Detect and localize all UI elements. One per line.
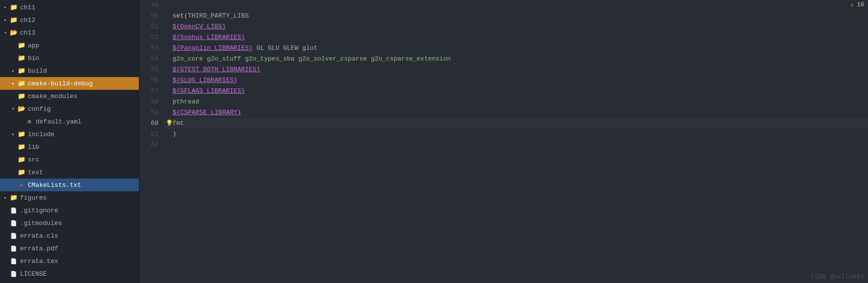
line-number-59: 59 [145, 107, 158, 118]
sidebar-item-cmake_modules[interactable]: 📁cmake_modules [0, 90, 139, 102]
code-line-61: ) [165, 129, 868, 140]
warning-badge: ⚠ 10 [850, 1, 864, 8]
folder-icon: 📁 [10, 3, 18, 11]
sidebar-item-lib[interactable]: 📁lib [0, 141, 139, 153]
sidebar-item-CMakeLists.txt[interactable]: 🔺CMakeLists.txt [0, 179, 139, 191]
hint-icon: 💡 [166, 118, 173, 129]
code-token: g2o_core g2o_stuff g2o_types_sba g2o_sol… [173, 54, 451, 64]
sidebar-item-label-src: src [28, 156, 39, 163]
sidebar-item-.gitignore[interactable]: 📄.gitignore [0, 204, 139, 217]
code-token: ${Pangolin_LIBRARIES} [173, 43, 253, 54]
arrow-icon [2, 17, 9, 23]
cmake-icon: 🔺 [18, 181, 25, 189]
line-number-49: 49 [145, 0, 158, 11]
sidebar-item-cmake-build-debug[interactable]: 📁cmake-build-debug [0, 77, 139, 90]
code-token: ${GTEST_BOTH_LIBRARIES} [173, 64, 260, 75]
line-number-58: 58 [145, 97, 158, 107]
sidebar-item-label-include: include [28, 131, 55, 138]
folder-icon: 📂 [10, 29, 18, 37]
folder-icon: 📁 [18, 130, 25, 138]
watermark: CSDN @hello689 [810, 273, 864, 280]
code-line-54: g2o_core g2o_stuff g2o_types_sba g2o_sol… [165, 54, 868, 64]
folder-icon: 📁 [18, 54, 25, 62]
sidebar-item-label-ch13: ch13 [20, 29, 35, 37]
sidebar-item-LICENSE[interactable]: 📄LICENSE [0, 267, 139, 280]
code-token: ) [173, 129, 176, 140]
file-icon: 📄 [10, 257, 18, 265]
sidebar-item-bin[interactable]: 📁bin [0, 52, 139, 64]
line-number-51: 51 [145, 21, 158, 32]
code-content: set(THIRD_PARTY_LIBS ${OpenCV_LIBS} ${So… [165, 0, 868, 283]
code-line-60: 💡 fmt [165, 118, 868, 129]
folder-icon: 📁 [18, 67, 25, 75]
code-line-49 [165, 0, 868, 11]
line-number-52: 52 [145, 32, 158, 43]
line-number-50: 50 [145, 11, 158, 21]
arrow-icon [2, 29, 9, 36]
sidebar-item-label-CMakeLists.txt: CMakeLists.txt [28, 182, 81, 189]
code-token: fmt [173, 118, 184, 129]
sidebar-item-label-ch12: ch12 [20, 17, 35, 24]
sidebar-item-app[interactable]: 📁app [0, 39, 139, 52]
sidebar-item-default.yaml[interactable]: ⚙default.yaml [0, 115, 139, 128]
sidebar-item-label-test: test [28, 169, 43, 176]
folder-icon: 📁 [10, 16, 18, 24]
sidebar-item-label-config: config [28, 105, 51, 113]
sidebar-item-label-build: build [28, 67, 47, 75]
code-token: set [173, 11, 184, 21]
sidebar-item-label-bin: bin [28, 55, 39, 62]
sidebar-item-src[interactable]: 📁src [0, 153, 139, 166]
yaml-icon: ⚙ [25, 118, 33, 125]
arrow-icon [10, 67, 17, 74]
folder-icon: 📂 [18, 105, 25, 113]
code-line-62 [165, 140, 868, 150]
file-tree[interactable]: 📁ch11📁ch12📂ch13📁app📁bin📁build📁cmake-buil… [0, 0, 139, 283]
sidebar-item-build[interactable]: 📁build [0, 64, 139, 77]
code-token: THIRD_PARTY_LIBS [188, 11, 249, 21]
code-line-58: pthread [165, 97, 868, 107]
file-icon: 📄 [10, 232, 18, 240]
sidebar-item-ch13[interactable]: 📂ch13 [0, 26, 139, 39]
code-token: GL GLU GLEW glut [253, 43, 318, 54]
folder-icon: 📁 [18, 156, 25, 163]
sidebar-item-label-errata.cls: errata.cls [20, 232, 58, 240]
code-token: ${CSPARSE_LIBRARY} [173, 107, 241, 118]
sidebar-item-.gitmodules[interactable]: 📄.gitmodules [0, 217, 139, 229]
code-token: ${GLOG_LIBRARIES} [173, 75, 238, 86]
file-icon: 📄 [10, 244, 18, 252]
sidebar-item-label-cmake_modules: cmake_modules [28, 93, 77, 100]
file-icon: 📄 [10, 219, 18, 227]
folder-icon: 📁 [18, 143, 25, 151]
sidebar-item-label-app: app [28, 42, 39, 49]
code-line-52: ${Sophus_LIBRARIES} [165, 32, 868, 43]
sidebar-item-ch12[interactable]: 📁ch12 [0, 14, 139, 26]
folder-icon: 📁 [18, 80, 25, 87]
sidebar-item-figures[interactable]: 📁figures [0, 191, 139, 204]
code-line-59: ${CSPARSE_LIBRARY} [165, 107, 868, 118]
sidebar-item-errata.pdf[interactable]: 📄errata.pdf [0, 242, 139, 255]
arrow-icon [10, 105, 17, 112]
sidebar-item-errata.tex[interactable]: 📄errata.tex [0, 255, 139, 267]
sidebar-item-label-.gitmodules: .gitmodules [20, 220, 62, 227]
sidebar-item-ch11[interactable]: 📁ch11 [0, 1, 139, 14]
sidebar-item-errata.cls[interactable]: 📄errata.cls [0, 229, 139, 242]
folder-icon: 📁 [18, 92, 25, 100]
line-number-55: 55 [145, 64, 158, 75]
code-line-55: ${GTEST_BOTH_LIBRARIES} [165, 64, 868, 75]
folder-icon: 📁 [18, 41, 25, 49]
sidebar-item-label-LICENSE: LICENSE [20, 270, 47, 278]
line-number-56: 56 [145, 75, 158, 86]
sidebar-item-test[interactable]: 📁test [0, 166, 139, 179]
sidebar-item-label-figures: figures [20, 194, 47, 202]
sidebar-item-label-errata.pdf: errata.pdf [20, 245, 58, 252]
folder-icon: 📁 [10, 194, 18, 202]
code-token: ${OpenCV_LIBS} [173, 21, 226, 32]
line-number-53: 53 [145, 43, 158, 54]
sidebar-item-label-.gitignore: .gitignore [20, 207, 58, 214]
sidebar-item-include[interactable]: 📁include [0, 128, 139, 141]
sidebar-item-config[interactable]: 📂config [0, 102, 139, 115]
file-icon: 📄 [10, 270, 18, 278]
arrow-icon [10, 80, 17, 87]
arrow-icon [10, 131, 17, 138]
arrow-icon [2, 194, 9, 201]
